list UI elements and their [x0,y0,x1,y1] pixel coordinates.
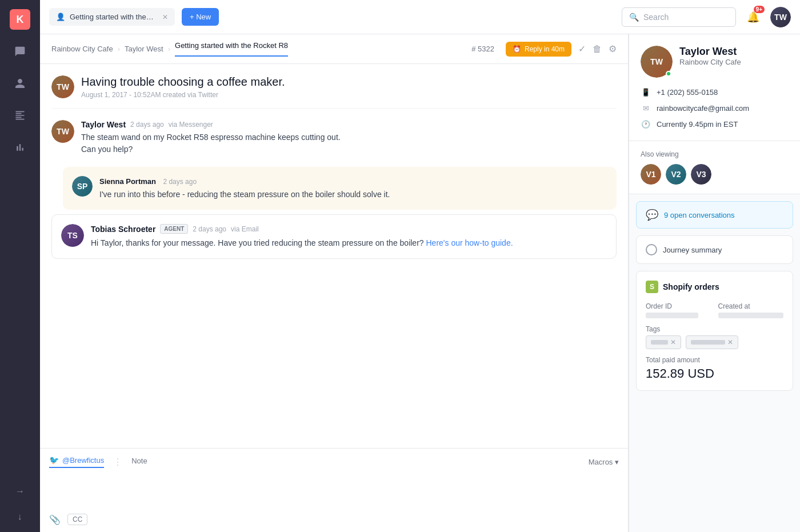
compose-area: 🐦 @Brewfictus ⋮ Note Macros ▾ [40,448,628,532]
clock-icon: ⏰ [513,45,521,53]
online-status-dot [666,71,671,77]
also-viewing-label: Also viewing [641,150,789,158]
user-avatar-button[interactable]: TW [770,7,791,27]
customer-message: TW Taylor West 2 days ago via Messenger … [51,120,617,155]
email-icon: ✉ [641,103,651,113]
shopify-section: S Shopify orders Order ID Created at [636,271,793,391]
agent-message-time: 2 days ago [193,225,226,233]
sidebar-item-contacts[interactable] [10,73,30,94]
contact-company: Rainbow City Cafe [679,58,741,66]
notification-badge: 9+ [754,6,765,13]
agent-name: Tobias Schroeter [91,225,155,234]
compose-tab-reply[interactable]: 🐦 @Brewfictus [49,455,104,468]
attach-icon[interactable]: 📎 [49,514,61,525]
tag-chip-2: ✕ [686,335,738,349]
agent-badge: AGENT [160,224,188,234]
sidebar-collapse-arrow[interactable]: ↑ [18,513,22,523]
contact-phone-row: 📱 +1 (202) 555-0158 [641,87,789,97]
search-icon: 🔍 [629,13,639,22]
tag-chip-2-remove[interactable]: ✕ [727,338,733,346]
customer-message-time: 2 days ago [130,121,164,129]
viewer-avatar-3: V3 [691,164,711,185]
chat-icon: 💬 [646,209,658,221]
conversation-tab[interactable]: 👤 Getting started with the R... ✕ [49,8,175,26]
contact-info: 📱 +1 (202) 555-0158 ✉ rainbowcitycafe@gm… [641,87,789,129]
check-icon[interactable]: ✓ [578,43,586,54]
compose-tabs: 🐦 @Brewfictus ⋮ Note Macros ▾ [49,455,619,468]
conversation-title: Having trouble choosing a coffee maker. [81,75,285,89]
agent-message: TS Tobias Schroeter AGENT 2 days ago via… [51,214,617,259]
tag-chip-1-remove[interactable]: ✕ [670,338,676,346]
user-avatar: TW [770,7,791,27]
breadcrumb-current: Getting started with the Rocket R8 [175,41,288,57]
journey-summary-button[interactable]: Journey summary [636,235,793,264]
breadcrumb-actions: ⏰ Reply in 40m ✓ 🗑 ⚙ [506,42,617,57]
viewers-list: V1 V2 V3 [641,164,789,185]
compose-tab-note[interactable]: Note [131,457,147,467]
agent-link[interactable]: Here's our how-to guide. [426,238,513,247]
contact-name: Taylor West [679,46,741,58]
contact-email-row: ✉ rainbowcitycafe@gmail.com [641,103,789,113]
notification-button[interactable]: 🔔 9+ [743,7,763,27]
contact-timezone-row: 🕐 Currently 9.45pm in EST [641,119,789,129]
new-button[interactable]: + New [182,8,219,26]
reply-content: Sienna Portman 2 days ago I've run into … [99,176,607,201]
tab-close-button[interactable]: ✕ [162,13,168,21]
shopify-tags-label: Tags [646,325,783,333]
reply-timer-button[interactable]: ⏰ Reply in 40m [506,42,571,57]
viewer-avatar-1: V1 [641,164,661,185]
breadcrumb-sep-1: › [118,45,120,53]
shopify-order-id-label: Order ID [646,302,711,310]
contact-timezone: Currently 9.45pm in EST [657,120,738,129]
sidebar-logo[interactable]: K [10,9,30,30]
clock-timezone-icon: 🕐 [641,119,651,129]
shopify-created-at-label: Created at [718,302,784,310]
contact-email: rainbowcitycafe@gmail.com [657,104,749,113]
sidebar-item-analytics[interactable] [10,137,30,158]
twitter-icon: 🐦 [49,455,59,465]
shopify-tags-section: Tags ✕ ✕ [646,325,783,349]
breadcrumb-company[interactable]: Rainbow City Cafe [51,45,113,53]
agent-message-via: via Email [231,225,259,233]
sidebar-item-reports[interactable] [10,105,30,126]
cc-button[interactable]: CC [67,514,87,525]
contact-card: TW Taylor West Rainbow City Cafe 📱 +1 ( [629,34,800,141]
macros-button[interactable]: Macros ▾ [589,458,619,466]
customer-message-text1: The steam wand on my Rocket R58 espresso… [81,131,617,143]
total-paid-amount: 152.89 USD [646,366,783,381]
contact-header: TW Taylor West Rainbow City Cafe [641,46,789,78]
breadcrumb-sep-2: › [168,45,170,53]
sidebar-item-inbox[interactable] [10,41,30,62]
shopify-order-row: Order ID Created at [646,302,783,318]
total-paid-label: Total paid amount [646,356,783,364]
open-conversations-button[interactable]: 💬 9 open conversations [636,201,793,229]
breadcrumb-contact[interactable]: Taylor West [125,45,163,53]
tags-row: ✕ ✕ [646,335,783,349]
shopify-order-id-value [646,313,698,318]
agent-reply-avatar: SP [72,176,93,197]
conversation-panel: Rainbow City Cafe › Taylor West › Gettin… [40,34,629,532]
customer-avatar: TW [51,120,74,143]
delete-icon[interactable]: 🗑 [593,44,602,54]
tab-avatar-icon: 👤 [56,13,65,21]
search-placeholder: Search [643,13,669,22]
sidebar-expand-arrow[interactable]: → [15,486,25,497]
compose-input[interactable] [49,473,619,507]
total-paid-section: Total paid amount 152.89 USD [646,356,783,381]
shopify-created-at-value [718,313,784,318]
agent-avatar: TS [61,224,84,247]
internal-reply: SP Sienna Portman 2 days ago I've run in… [63,167,617,210]
macros-chevron-icon: ▾ [615,458,619,466]
top-bar: 👤 Getting started with the R... ✕ + New … [40,0,800,34]
settings-icon[interactable]: ⚙ [609,43,617,54]
messages-area: TW Having trouble choosing a coffee make… [40,64,628,448]
breadcrumb: Rainbow City Cafe › Taylor West › Gettin… [40,34,628,64]
journey-summary-label: Journey summary [663,246,722,254]
contact-avatar-wrap: TW [641,46,673,78]
customer-message-via: via Messenger [169,121,213,129]
conversation-id: # 5322 [471,45,494,53]
search-box[interactable]: 🔍 Search [622,7,736,27]
conversation-meta: August 1, 2017 - 10:52AM created via Twi… [81,91,285,99]
customer-message-content: Taylor West 2 days ago via Messenger The… [81,120,617,155]
tab-title: Getting started with the R... [70,13,155,21]
